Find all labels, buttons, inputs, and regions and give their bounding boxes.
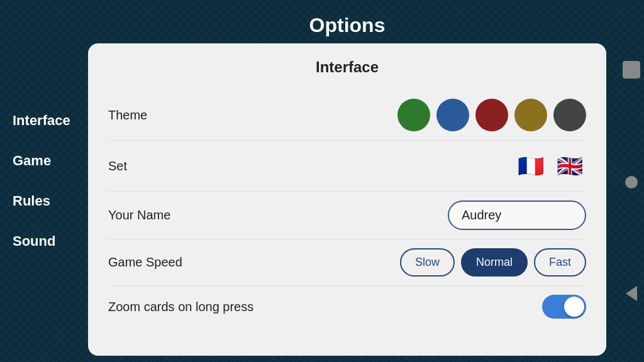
right-square-button[interactable]: [623, 61, 640, 79]
sidebar-item-game[interactable]: Game: [13, 150, 82, 172]
your-name-row: Your Name: [108, 192, 586, 239]
theme-gold[interactable]: [514, 99, 547, 131]
set-control: 🇫🇷 🇬🇧: [514, 150, 586, 182]
theme-dark[interactable]: [553, 99, 586, 131]
toggle-thumb: [564, 297, 584, 317]
options-panel: Interface Theme Set 🇫🇷 🇬🇧 Your Name: [88, 43, 606, 356]
main-content: Options Interface Theme Set 🇫🇷 🇬🇧 Your: [82, 0, 619, 362]
speed-normal-button[interactable]: Normal: [461, 248, 528, 277]
page-title: Options: [88, 6, 606, 43]
right-circle-button[interactable]: [625, 176, 638, 189]
right-arrow-button[interactable]: [626, 286, 637, 301]
right-bar: [619, 0, 644, 362]
theme-green[interactable]: [397, 99, 430, 131]
sidebar: Interface Game Rules Sound: [0, 0, 82, 362]
theme-blue[interactable]: [436, 99, 469, 131]
game-speed-label: Game Speed: [108, 255, 182, 270]
your-name-control: [448, 200, 586, 230]
zoom-label: Zoom cards on long press: [108, 300, 253, 314]
theme-red[interactable]: [475, 99, 508, 131]
your-name-input[interactable]: [448, 200, 586, 230]
your-name-label: Your Name: [108, 208, 170, 222]
theme-control: [397, 99, 586, 131]
sidebar-item-rules[interactable]: Rules: [13, 190, 82, 212]
flag-gb[interactable]: 🇬🇧: [553, 150, 586, 182]
set-row: Set 🇫🇷 🇬🇧: [108, 141, 586, 192]
speed-slow-button[interactable]: Slow: [400, 248, 455, 277]
zoom-toggle[interactable]: [542, 295, 586, 319]
sidebar-item-interface[interactable]: Interface: [13, 110, 82, 131]
flag-fr[interactable]: 🇫🇷: [514, 150, 547, 182]
sidebar-item-sound[interactable]: Sound: [13, 231, 82, 252]
theme-label: Theme: [108, 108, 147, 123]
set-label: Set: [108, 159, 127, 173]
zoom-control: [542, 295, 586, 319]
theme-row: Theme: [108, 90, 586, 141]
game-speed-control: Slow Normal Fast: [400, 248, 586, 277]
zoom-row: Zoom cards on long press: [108, 286, 586, 327]
game-speed-row: Game Speed Slow Normal Fast: [108, 239, 586, 286]
speed-fast-button[interactable]: Fast: [534, 248, 586, 277]
section-title: Interface: [108, 58, 586, 76]
